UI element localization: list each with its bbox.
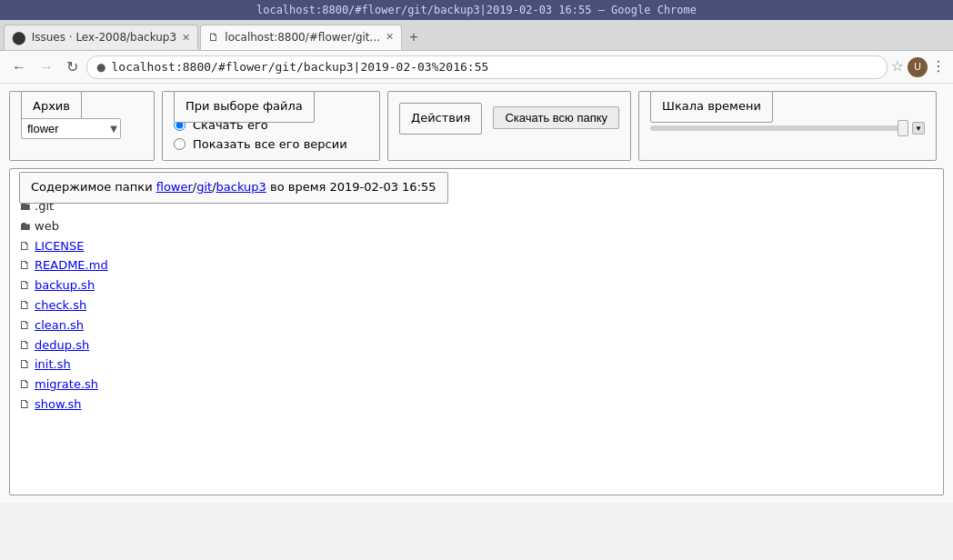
page-icon: 🗋 bbox=[208, 31, 219, 44]
file-icon: 🗋 bbox=[19, 296, 31, 315]
list-item: 🗋 show.sh bbox=[19, 395, 934, 415]
file-link[interactable]: show.sh bbox=[35, 395, 82, 415]
tab-bar: ⬤ Issues · Lex-2008/backup3 ✕ 🗋 localhos… bbox=[0, 20, 953, 51]
folder-icon: 🖿 bbox=[19, 217, 31, 236]
radio-show-versions-text: Показать все его версии bbox=[193, 137, 347, 151]
file-action-radio-group: Скачать его Показать все его версии bbox=[174, 118, 368, 151]
path-flower-link[interactable]: flower bbox=[156, 180, 193, 194]
actions-legend: Действия bbox=[399, 103, 482, 135]
window-title: localhost:8800/#flower/git/backup3|2019-… bbox=[256, 4, 697, 16]
list-item: 🗋 check.sh bbox=[19, 296, 934, 315]
tab-local-label: localhost:8800/#flower/git... bbox=[225, 31, 380, 44]
lock-icon: ● bbox=[96, 61, 105, 74]
contents-legend-suffix: во время 2019-02-03 16:55 bbox=[266, 180, 436, 194]
timeline-track[interactable] bbox=[650, 125, 908, 131]
tab-github-close[interactable]: ✕ bbox=[182, 32, 190, 44]
address-bar[interactable]: ● localhost:8800/#flower/git/backup3|201… bbox=[86, 55, 888, 79]
address-text: localhost:8800/#flower/git/backup3|2019-… bbox=[111, 60, 488, 74]
file-link[interactable]: clean.sh bbox=[35, 316, 84, 335]
file-list: 🖿 .git 🖿 web 🗋 LICENSE 🗋 README.md 🗋 bac… bbox=[19, 197, 934, 415]
file-link[interactable]: init.sh bbox=[35, 355, 71, 375]
file-action-legend: При выборе файла bbox=[174, 91, 315, 123]
list-item: 🗋 init.sh bbox=[19, 355, 934, 375]
folder-link[interactable]: web bbox=[35, 217, 59, 236]
file-icon: 🗋 bbox=[19, 316, 31, 335]
path-git-link[interactable]: git bbox=[196, 180, 212, 194]
file-icon: 🗋 bbox=[19, 256, 31, 275]
list-item: 🗋 clean.sh bbox=[19, 316, 934, 335]
bookmark-icon[interactable]: ☆ bbox=[891, 57, 904, 77]
timeline-panel: Шкала времени ▾ bbox=[638, 91, 937, 161]
file-icon: 🗋 bbox=[19, 336, 31, 355]
timeline-scroll-down[interactable]: ▾ bbox=[912, 122, 925, 135]
archive-panel: Архив flower ▼ bbox=[9, 91, 155, 161]
file-link[interactable]: check.sh bbox=[35, 296, 86, 315]
back-button[interactable]: ← bbox=[7, 57, 31, 77]
nav-bar: ← → ↻ ● localhost:8800/#flower/git/backu… bbox=[0, 51, 953, 84]
timeline-legend: Шкала времени bbox=[650, 91, 773, 123]
file-icon: 🗋 bbox=[19, 395, 31, 415]
file-link[interactable]: dedup.sh bbox=[35, 336, 89, 355]
file-icon: 🗋 bbox=[19, 276, 31, 295]
download-folder-button[interactable]: Скачать всю папку bbox=[493, 106, 619, 129]
list-item: 🗋 backup.sh bbox=[19, 276, 934, 295]
new-tab-button[interactable]: + bbox=[404, 29, 423, 45]
list-item: 🗋 dedup.sh bbox=[19, 336, 934, 355]
reload-button[interactable]: ↻ bbox=[62, 56, 83, 77]
github-icon: ⬤ bbox=[12, 30, 26, 45]
archive-dropdown-wrapper: flower ▼ bbox=[21, 118, 121, 139]
path-backup3-link[interactable]: backup3 bbox=[216, 180, 266, 194]
timeline-thumb[interactable] bbox=[898, 120, 908, 136]
file-link[interactable]: LICENSE bbox=[35, 237, 85, 256]
radio-show-versions-label[interactable]: Показать все его версии bbox=[174, 137, 368, 151]
contents-legend-prefix: Содержимое папки bbox=[31, 180, 156, 194]
title-bar: localhost:8800/#flower/git/backup3|2019-… bbox=[0, 0, 953, 20]
contents-panel: Содержимое папки flower/git/backup3 во в… bbox=[9, 168, 944, 495]
tab-local[interactable]: 🗋 localhost:8800/#flower/git... ✕ bbox=[200, 25, 402, 50]
main-content: Архив flower ▼ При выборе файла Скачать … bbox=[0, 84, 953, 503]
file-link[interactable]: README.md bbox=[35, 256, 108, 275]
contents-legend: Содержимое папки flower/git/backup3 во в… bbox=[19, 172, 448, 204]
forward-button[interactable]: → bbox=[35, 57, 58, 77]
list-item: 🗋 LICENSE bbox=[19, 237, 934, 256]
actions-panel: Действия Скачать всю папку bbox=[387, 91, 631, 161]
list-item: 🗋 migrate.sh bbox=[19, 375, 934, 395]
file-icon: 🗋 bbox=[19, 355, 31, 375]
menu-icon[interactable]: ⋮ bbox=[931, 57, 946, 77]
file-icon: 🗋 bbox=[19, 237, 31, 256]
list-item: 🖿 web bbox=[19, 217, 934, 236]
file-link[interactable]: migrate.sh bbox=[35, 375, 98, 395]
panels-row: Архив flower ▼ При выборе файла Скачать … bbox=[9, 91, 944, 161]
timeline-slider: ▾ bbox=[650, 122, 925, 135]
file-icon: 🗋 bbox=[19, 375, 31, 395]
nav-right-buttons: ☆ U ⋮ bbox=[891, 57, 946, 77]
file-action-panel: При выборе файла Скачать его Показать вс… bbox=[162, 91, 380, 161]
list-item: 🗋 README.md bbox=[19, 256, 934, 275]
tab-local-close[interactable]: ✕ bbox=[386, 31, 394, 43]
archive-select-wrapper: flower ▼ bbox=[21, 118, 143, 139]
radio-show-versions[interactable] bbox=[174, 138, 186, 150]
archive-dropdown[interactable]: flower bbox=[21, 118, 121, 139]
tab-github-label: Issues · Lex-2008/backup3 bbox=[32, 31, 176, 44]
tab-github[interactable]: ⬤ Issues · Lex-2008/backup3 ✕ bbox=[4, 25, 198, 50]
user-avatar[interactable]: U bbox=[908, 57, 928, 77]
file-link[interactable]: backup.sh bbox=[35, 276, 95, 295]
